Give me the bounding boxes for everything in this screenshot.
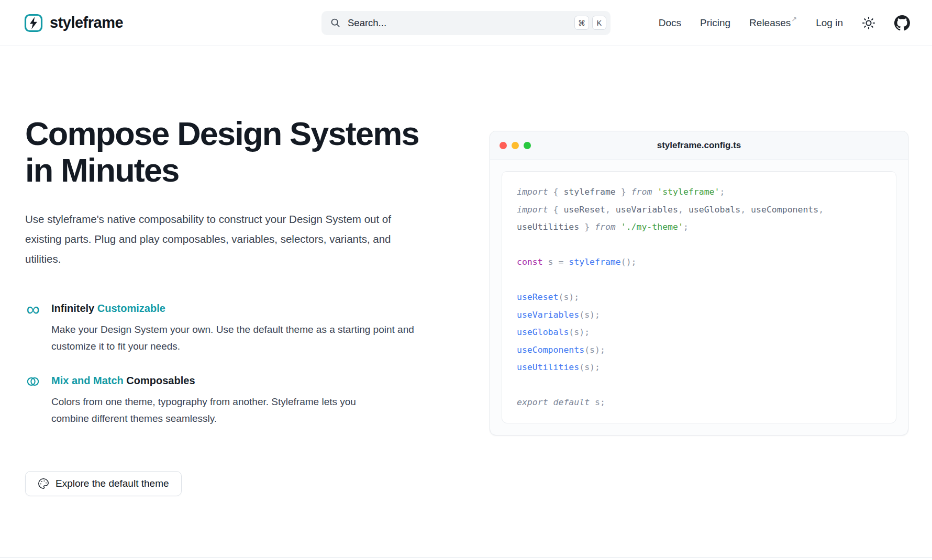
code-line: useUtilities(s); [517,359,881,376]
header: styleframe Search... ⌘ K Docs Pricing Re… [0,0,932,46]
feature-title-bold: Composables [126,375,195,386]
landing-page: styleframe Search... ⌘ K Docs Pricing Re… [0,0,932,560]
styleframe-logo-icon [24,13,43,33]
code-line: export default s; [517,394,881,411]
code-line: useGlobals(s); [517,323,881,341]
brand-logo[interactable]: styleframe [24,13,123,33]
feature-infinitely-customizable: ∞ Infinitely Customizable Make your Desi… [25,303,458,355]
feature-title: Infinitely Customizable [51,303,418,315]
feature-body: Mix and Match Composables Colors from on… [51,375,381,427]
code-line [517,376,881,394]
external-link-icon: ↗ [791,15,797,23]
maximize-window-dot [524,142,531,149]
hero-section: Compose Design Systems in Minutes Use st… [0,46,932,496]
search-input[interactable]: Search... ⌘ K [321,11,611,35]
code-line [517,236,881,254]
feature-mix-and-match: Mix and Match Composables Colors from on… [25,375,458,427]
hero-copy: Compose Design Systems in Minutes Use st… [25,115,458,496]
code-block: import { styleframe } from 'styleframe';… [502,171,896,423]
title-line-2: in Minutes [25,152,179,188]
title-line-1: Compose Design Systems [25,115,419,152]
code-line: useVariables(s); [517,306,881,324]
code-line: import { styleframe } from 'styleframe'; [517,183,881,201]
header-nav: Docs Pricing Releases↗ Log in [659,15,910,31]
github-icon [894,15,910,31]
feature-title-link[interactable]: Customizable [97,303,165,314]
github-link[interactable] [894,15,910,31]
code-line: useUtilities } from './my-theme'; [517,218,881,236]
blend-circles-icon [25,375,41,427]
hero-description: Use styleframe's native composability to… [25,209,407,269]
code-lines: import { styleframe } from 'styleframe';… [517,183,881,411]
nav-login[interactable]: Log in [816,17,843,29]
kbd-k: K [592,16,606,30]
page-title: Compose Design Systems in Minutes [25,115,458,188]
feature-title-bold: Infinitely [51,303,94,314]
feature-body: Infinitely Customizable Make your Design… [51,303,418,355]
code-line: useComponents(s); [517,341,881,359]
code-editor-window: styleframe.config.ts import { styleframe… [490,131,908,435]
feature-title-link[interactable]: Mix and Match [51,375,124,386]
traffic-lights [500,142,531,149]
close-window-dot [500,142,507,149]
code-line: import { useReset, useVariables, useGlob… [517,201,881,219]
brand-name: styleframe [50,14,123,31]
code-line [517,271,881,289]
feature-description: Colors from one theme, typography from a… [51,394,381,427]
sun-icon [862,16,875,30]
code-filename: styleframe.config.ts [490,140,908,151]
nav-docs[interactable]: Docs [659,17,681,29]
minimize-window-dot [512,142,519,149]
explore-theme-button[interactable]: Explore the default theme [25,471,182,496]
kbd-cmd: ⌘ [574,16,589,30]
search-shortcut: ⌘ K [574,16,606,30]
theme-toggle-button[interactable] [862,16,875,30]
palette-icon [38,478,49,489]
infinity-icon: ∞ [25,303,41,355]
search-icon [330,17,341,28]
feature-description: Make your Design System your own. Use th… [51,321,418,355]
search-placeholder: Search... [348,17,386,29]
section-divider [0,557,932,558]
nav-releases[interactable]: Releases↗ [749,16,797,29]
code-window-titlebar: styleframe.config.ts [490,131,908,160]
code-line: const s = styleframe(); [517,253,881,271]
explore-theme-label: Explore the default theme [56,478,169,489]
nav-pricing[interactable]: Pricing [700,17,730,29]
feature-title: Mix and Match Composables [51,375,381,387]
code-line: useReset(s); [517,288,881,306]
nav-releases-label: Releases [749,18,791,29]
